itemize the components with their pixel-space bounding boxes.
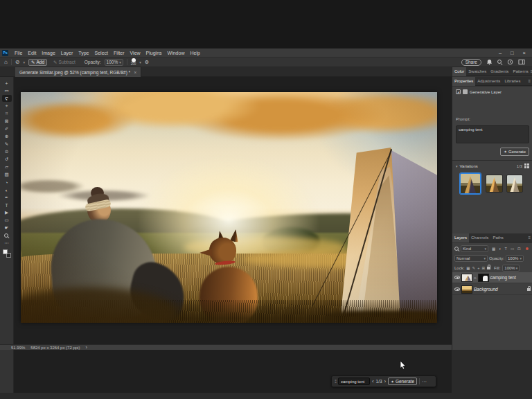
opacity-dropdown[interactable]: 100% ▾ — [105, 59, 123, 66]
filter-type-layers-icon[interactable]: T — [505, 247, 507, 251]
rectangle-tool[interactable]: ▭ — [2, 217, 12, 224]
tab-paths[interactable]: Paths — [490, 233, 505, 242]
menu-plugins[interactable]: Plugins — [143, 51, 165, 55]
object-selection-tool[interactable]: ⌖ — [2, 103, 12, 109]
taskbar-generate-button[interactable]: ✦ Generate — [388, 378, 417, 385]
tab-libraries[interactable]: Libraries — [502, 77, 522, 86]
brush-size-control[interactable]: 200 — [131, 58, 136, 66]
lock-all-icon[interactable] — [487, 267, 490, 269]
document-canvas[interactable] — [21, 92, 437, 323]
frame-tool[interactable]: ⊠ — [2, 118, 12, 125]
share-button[interactable]: Share — [461, 59, 481, 66]
menu-view[interactable]: View — [127, 51, 143, 55]
blur-tool[interactable]: ◔ — [2, 179, 12, 186]
menu-image[interactable]: Image — [39, 51, 57, 55]
fill-dropdown[interactable]: 100% ▾ — [502, 265, 520, 272]
tab-layers[interactable]: Layers — [452, 233, 469, 242]
tab-adjustments[interactable]: Adjustments — [475, 77, 502, 86]
path-selection-tool[interactable]: ▶ — [2, 209, 12, 216]
spot-healing-brush-tool[interactable]: ⊕ — [2, 133, 12, 140]
lock-artboard-icon[interactable]: ⊞ — [481, 266, 485, 270]
tab-swatches[interactable]: Swatches — [466, 67, 488, 76]
chevron-down-icon[interactable]: ▾ — [24, 60, 26, 64]
panel-menu-icon[interactable]: ≡ — [528, 79, 532, 83]
layer-thumbnail[interactable] — [461, 274, 472, 282]
close-icon[interactable]: × — [134, 70, 136, 75]
grid-view-icon[interactable] — [524, 163, 529, 168]
tab-patterns[interactable]: Patterns — [511, 67, 530, 76]
disclosure-triangle-icon[interactable]: ▾ — [456, 164, 458, 168]
pen-tool[interactable]: ✒ — [2, 194, 12, 201]
prompt-input[interactable]: camping tent — [456, 125, 529, 143]
clone-stamp-tool[interactable]: ⊙ — [2, 148, 12, 155]
panel-menu-icon[interactable]: ≡ — [528, 236, 532, 240]
layer-name[interactable]: camping tent — [490, 275, 516, 280]
filter-smart-objects-icon[interactable]: ⊡ — [517, 247, 521, 251]
window-maximize-button[interactable]: □ — [511, 50, 514, 56]
notifications-bell-icon[interactable] — [486, 59, 493, 65]
next-variation-icon[interactable]: › — [384, 379, 387, 384]
foreground-color-swatch[interactable] — [3, 249, 8, 254]
hand-tool[interactable]: ☛ — [2, 224, 12, 231]
variation-thumbnail-3[interactable] — [506, 175, 523, 193]
layer-name[interactable]: Background — [474, 287, 498, 292]
search-icon[interactable] — [497, 60, 502, 64]
menu-edit[interactable]: Edit — [25, 51, 39, 55]
drag-handle-icon[interactable]: ⁞⁞ — [335, 379, 336, 384]
zoom-tool[interactable] — [2, 232, 12, 239]
gradient-tool[interactable]: ▨ — [2, 171, 12, 178]
menu-window[interactable]: Window — [165, 51, 188, 55]
history-clock-icon[interactable] — [507, 59, 513, 65]
filter-pixel-layers-icon[interactable]: ▦ — [492, 247, 495, 251]
status-chevron-icon[interactable]: › — [85, 345, 87, 350]
previous-variation-icon[interactable]: ‹ — [372, 379, 374, 384]
history-brush-tool[interactable]: ↺ — [2, 156, 12, 163]
selection-subtract-button[interactable]: ✎ Subtract — [51, 59, 78, 66]
lock-position-icon[interactable]: + — [477, 266, 479, 270]
home-icon[interactable]: ⌂ — [4, 59, 8, 65]
filter-adjustment-layers-icon[interactable]: ◐ — [499, 247, 501, 251]
menu-type[interactable]: Type — [76, 51, 91, 55]
window-close-button[interactable]: × — [523, 50, 526, 56]
layer-row-camping-tent[interactable]: ∞ camping tent — [452, 272, 532, 283]
eyedropper-tool[interactable]: ✐ — [2, 125, 12, 132]
more-options-icon[interactable]: ⋯ — [422, 379, 427, 384]
lasso-tool[interactable]: Ϛ — [2, 95, 12, 102]
menu-help[interactable]: Help — [187, 51, 202, 55]
foreground-background-colors[interactable] — [3, 249, 11, 258]
visibility-eye-icon[interactable] — [454, 287, 460, 291]
zoom-level-field[interactable]: 51.99% — [11, 346, 25, 350]
tab-gradients[interactable]: Gradients — [488, 67, 511, 76]
tab-channels[interactable]: Channels — [469, 233, 490, 242]
workspace-icon[interactable] — [518, 59, 525, 65]
layer-filter-dropdown[interactable]: Kind ▾ — [461, 245, 488, 252]
tool-preset-icon[interactable]: ⊘ — [15, 59, 20, 65]
variation-thumbnail-1[interactable] — [460, 173, 481, 194]
selection-add-button[interactable]: ✎ Add — [28, 59, 47, 66]
brush-tool[interactable]: ✎ — [2, 141, 12, 148]
layer-mask-thumbnail[interactable] — [478, 274, 489, 282]
tab-properties[interactable]: Properties — [452, 77, 475, 86]
document-tab[interactable]: Generate Similar.jpeg @ 52% (camping ten… — [15, 67, 141, 77]
menu-select[interactable]: Select — [92, 51, 111, 55]
tab-color[interactable]: Color — [452, 67, 466, 76]
eraser-tool[interactable]: ▱ — [2, 163, 12, 170]
move-tool[interactable]: + — [2, 80, 12, 87]
mask-link-icon[interactable]: ∞ — [474, 276, 477, 280]
taskbar-prompt-input[interactable] — [338, 378, 370, 385]
dodge-tool[interactable]: ◐ — [2, 186, 12, 193]
rectangular-marquee-tool[interactable]: ▭ — [2, 87, 12, 94]
menu-layer[interactable]: Layer — [58, 51, 76, 55]
crop-tool[interactable]: ⌗ — [2, 110, 12, 117]
type-tool[interactable]: T — [2, 202, 12, 209]
lock-transparency-icon[interactable]: ▦ — [466, 266, 470, 270]
visibility-eye-icon[interactable] — [454, 276, 460, 279]
menu-filter[interactable]: Filter — [111, 51, 127, 55]
filter-shape-layers-icon[interactable]: ▭ — [511, 247, 514, 251]
lock-paint-icon[interactable]: ✎ — [472, 266, 476, 270]
menu-file[interactable]: File — [12, 51, 25, 55]
generate-button[interactable]: ✦ Generate — [500, 148, 529, 156]
gear-icon[interactable]: ⚙ — [145, 60, 149, 65]
variation-thumbnail-2[interactable] — [486, 175, 503, 193]
filter-toggle-icon[interactable] — [526, 247, 529, 250]
